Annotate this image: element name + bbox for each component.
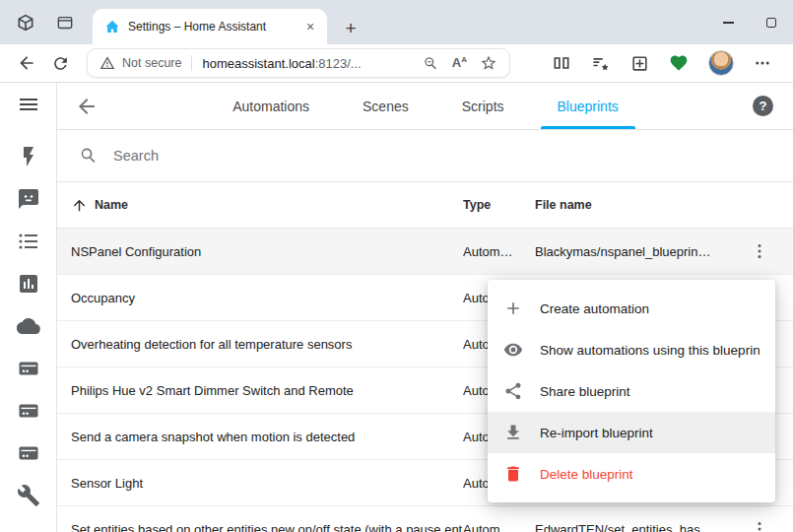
browser-tab[interactable]: Settings – Home Assistant ×	[93, 9, 327, 44]
browser-toolbar: Not secure homeassistant.local:8123/... …	[0, 44, 793, 83]
table-row[interactable]: NSPanel Configuration Autom… Blackymas/n…	[57, 229, 793, 275]
wrench-icon	[17, 484, 40, 507]
favorites-icon[interactable]	[591, 53, 611, 73]
help-icon[interactable]: ?	[753, 96, 773, 116]
tab-automations[interactable]: Automations	[206, 83, 336, 129]
trash-icon	[503, 464, 523, 484]
sidebar-server-item-3[interactable]	[17, 441, 40, 465]
refresh-icon[interactable]	[46, 49, 74, 77]
search-placeholder: Search	[113, 148, 159, 164]
read-aloud-icon[interactable]: AA	[452, 56, 467, 69]
row-type: Autom…	[463, 522, 535, 532]
maximize-button[interactable]	[750, 0, 793, 44]
column-header-file[interactable]: File name	[535, 198, 736, 212]
server-icon	[17, 357, 40, 380]
eye-icon	[503, 340, 523, 360]
tab-title: Settings – Home Assistant	[128, 20, 294, 33]
home-assistant-favicon	[104, 19, 120, 34]
browser-window: Settings – Home Assistant × + × Not secu…	[0, 0, 793, 532]
kebab-icon	[750, 519, 769, 532]
tab-scenes[interactable]: Scenes	[336, 83, 435, 129]
chat-icon	[17, 187, 40, 211]
collections-icon[interactable]	[630, 54, 649, 73]
menu-item-label: Show automations using this blueprint	[540, 343, 760, 358]
plus-icon	[503, 299, 523, 318]
table-header: Name Type File name	[57, 182, 793, 229]
menu-item-show-automations[interactable]: Show automations using this blueprint	[488, 329, 775, 370]
ha-back-icon[interactable]	[75, 95, 99, 118]
browser-essentials-icon[interactable]	[669, 53, 689, 73]
url-host: homeassistant.local	[202, 56, 314, 71]
row-name: Sensor Light	[57, 460, 463, 506]
row-overflow-menu-icon[interactable]	[736, 519, 783, 532]
download-icon	[503, 423, 523, 442]
split-screen-icon[interactable]	[552, 53, 571, 73]
sidebar-energy-item[interactable]	[17, 145, 40, 168]
row-name: NSPanel Configuration	[57, 229, 463, 275]
ha-topbar: Automations Scenes Scripts Blueprints ?	[57, 83, 793, 130]
column-header-type[interactable]: Type	[463, 198, 535, 212]
menu-item-reimport-blueprint[interactable]: Re-import blueprint	[488, 412, 775, 453]
ha-tabs: Automations Scenes Scripts Blueprints	[99, 83, 753, 129]
sidebar-history-item[interactable]	[17, 272, 40, 296]
sidebar-developer-tools-item[interactable]	[17, 484, 40, 507]
tab-actions-icon[interactable]	[53, 11, 77, 34]
favorite-star-icon[interactable]	[480, 54, 497, 72]
menu-item-label: Re-import blueprint	[540, 426, 653, 440]
tab-strip-left-icons	[10, 0, 93, 44]
row-name: Occupancy	[57, 275, 463, 321]
row-name: Set entities based on other entities new…	[57, 506, 463, 532]
server-icon	[17, 399, 40, 423]
menu-item-delete-blueprint[interactable]: Delete blueprint	[488, 453, 775, 495]
sidebar-assist-item[interactable]	[17, 187, 40, 211]
sidebar-menu-icon[interactable]	[17, 93, 40, 116]
sort-ascending-icon	[71, 197, 88, 214]
column-header-name[interactable]: Name	[57, 197, 463, 214]
list-icon	[17, 230, 40, 253]
window-controls: ×	[706, 0, 793, 44]
row-name: Overheating detection for all temperatur…	[57, 321, 463, 367]
row-name: Philips Hue v2 Smart Dimmer Switch and R…	[57, 367, 463, 414]
address-bar[interactable]: Not secure homeassistant.local:8123/... …	[87, 48, 510, 78]
not-secure-warning-icon	[99, 55, 115, 71]
tab-scripts[interactable]: Scripts	[435, 83, 531, 129]
sidebar-todo-item[interactable]	[17, 230, 40, 253]
chart-box-icon	[17, 272, 40, 296]
kebab-icon	[750, 241, 769, 261]
tab-blueprints[interactable]: Blueprints	[531, 83, 645, 129]
menu-item-label: Create automation	[540, 301, 649, 316]
zoom-icon[interactable]	[423, 55, 439, 72]
minimize-icon	[723, 22, 734, 24]
row-overflow-menu-icon[interactable]	[736, 241, 783, 261]
table-row[interactable]: Set entities based on other entities new…	[57, 506, 793, 532]
share-icon	[503, 381, 523, 401]
profile-avatar[interactable]	[708, 50, 734, 76]
back-icon[interactable]	[13, 49, 40, 77]
new-tab-button[interactable]: +	[337, 13, 364, 44]
minimize-button[interactable]	[706, 0, 750, 44]
menu-item-share-blueprint[interactable]: Share blueprint	[488, 370, 775, 412]
sidebar-server-item-2[interactable]	[17, 399, 40, 423]
workspaces-icon[interactable]	[14, 11, 37, 34]
search-input[interactable]: Search	[57, 130, 793, 182]
ha-sidebar	[0, 83, 57, 532]
blueprint-context-menu: Create automation Show automations using…	[488, 280, 775, 502]
sidebar-cloud-item[interactable]	[17, 314, 40, 338]
maximize-icon	[766, 18, 776, 28]
security-label: Not secure	[122, 56, 181, 70]
row-file: Blackymas/nspanel_blueprin…	[535, 244, 736, 259]
url-text: homeassistant.local:8123/...	[202, 56, 361, 71]
address-divider	[191, 55, 192, 71]
search-icon	[79, 146, 99, 166]
tab-close-icon[interactable]: ×	[301, 18, 319, 35]
toolbar-right-icons	[552, 50, 783, 76]
menu-item-create-automation[interactable]: Create automation	[488, 288, 775, 329]
address-bar-actions: AA	[423, 54, 497, 72]
settings-more-icon[interactable]	[754, 54, 771, 72]
sidebar-server-item-1[interactable]	[17, 357, 40, 380]
flash-icon	[17, 145, 40, 168]
row-name: Send a camera snapshot when motion is de…	[57, 414, 463, 460]
tab-strip: Settings – Home Assistant × + ×	[0, 0, 793, 44]
row-file: EdwardTEN/set_entities_has…	[535, 522, 736, 532]
menu-item-label: Delete blueprint	[540, 467, 633, 482]
